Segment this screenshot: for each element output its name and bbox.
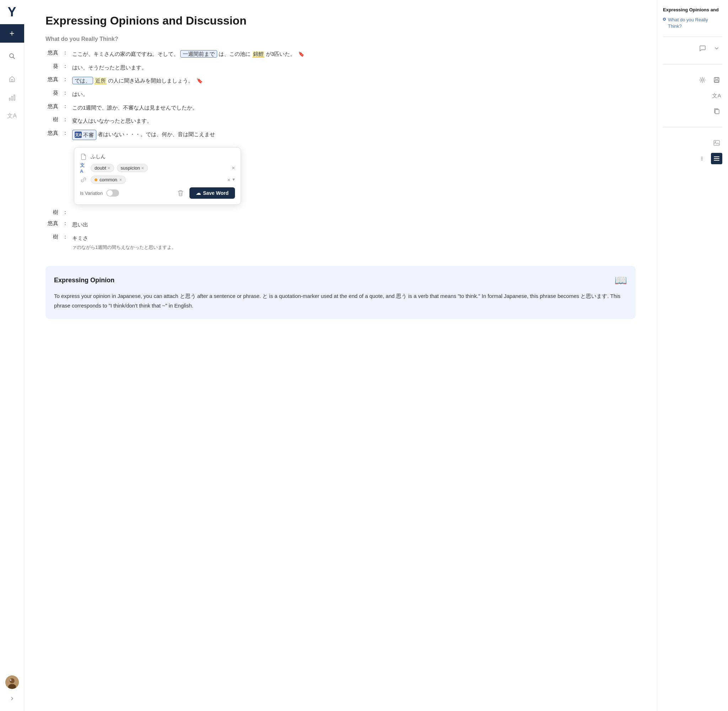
highlight-phrase: では、 [72,77,93,84]
clear-tags-button[interactable]: × [232,165,235,171]
sidebar-item-stats[interactable] [4,90,20,105]
speaker-name: 樹 [46,209,58,216]
is-variation-label: Is Variation [80,190,103,196]
popup-tags-container: doubt × suspicion × × [91,164,235,172]
svg-point-16 [715,142,716,143]
cloud-icon: ☁ [196,190,201,196]
delete-word-button[interactable] [175,188,186,198]
translation-badge: 文A [75,131,82,138]
speaker-name: 樹 [46,116,58,123]
note-title: Expressing Opinion [54,277,115,284]
svg-line-1 [13,57,15,59]
sidebar-bottom [5,676,19,711]
list-view-button[interactable] [711,153,722,164]
popup-footer: Is Variation ☁ Save Word [80,187,235,199]
save-word-button[interactable]: ☁ Save Word [189,187,235,199]
level-tag-common[interactable]: common × [91,176,126,184]
popup-reading-row: ふしん [80,153,235,160]
translation-tag-suspicion[interactable]: suspicion × [117,164,148,172]
translate-tool-button[interactable]: 文A [711,90,722,101]
dialogue-text: はい、そうだったと思います。 [72,63,635,72]
table-row: 樹 ： [46,209,635,216]
svg-rect-3 [9,98,10,100]
comment-tool-button[interactable] [697,43,708,54]
tool-row-translate: 文A [663,90,722,101]
search-button[interactable] [0,48,24,64]
link-icon [80,176,87,183]
sidebar-item-translate[interactable]: 文A [4,108,20,124]
tool-row-view-toggle [663,153,722,164]
table-row: 葵 ： はい、そうだったと思います。 [46,63,635,72]
logo-y: Y [7,4,16,19]
dialogue-text: はい。 [72,90,635,99]
section-title: What do you Really Think? [46,36,635,42]
right-panel-link-text: What do you Really Think? [668,17,722,30]
remove-tag-button[interactable]: × [108,166,110,170]
table-row: 悠真 ： ここが、キミさんの家の庭ですね。そして、 一週間前まで は、この池に … [46,49,635,59]
home-icon [9,75,16,83]
popup-level-row: common × × ▾ [80,176,235,184]
main-content: Expressing Opinions and Discussion What … [24,0,657,711]
tool-row-copy [663,106,722,117]
add-button[interactable]: + [0,24,24,43]
svg-rect-14 [715,109,719,114]
word-popup-trigger[interactable]: 文A 不審 [72,130,96,140]
vocab-word[interactable]: 近所 [94,78,107,84]
tag-label: suspicion [121,165,140,171]
speaker-name: 悠真 [46,220,58,227]
dialogue-text: ここが、キミさんの家の庭ですね。そして、 一週間前まで は、この池に 錦鯉 が3… [72,49,635,59]
tools-divider-2 [663,127,722,127]
image-tool-button[interactable] [711,137,722,149]
sidebar-expand-button[interactable] [5,692,19,705]
bookmark-icon[interactable]: 🔖 [298,50,304,59]
remove-level-button[interactable]: × [119,178,122,182]
gear-tool-button[interactable] [697,74,708,86]
tool-row-comment [663,43,722,54]
dialogue-text: 変な人はいなかったと思います。 [72,116,635,125]
lines-view-button[interactable] [698,153,709,164]
remove-tag-button[interactable]: × [141,166,144,170]
sidebar: Y + 文A [0,0,24,711]
right-panel-divider [663,37,722,37]
table-row: 悠真 ： 文A 不審 者はいない・・・。では、何か、音は聞こえませ [46,130,635,140]
speaker-name: 悠真 [46,76,58,83]
is-variation-toggle[interactable] [106,189,119,196]
svg-point-10 [701,79,703,81]
level-chevron[interactable]: ▾ [233,177,235,183]
nav-dot-icon [663,18,666,21]
vocab-word[interactable]: 錦鯉 [252,51,264,58]
svg-rect-13 [715,80,718,82]
note-section: Expressing Opinion 📖 To express your opi… [46,266,635,319]
right-panel-link[interactable]: What do you Really Think? [663,17,722,30]
chevron-tool-button[interactable] [711,43,722,54]
right-panel-title: Expressing Opinions and [663,7,722,12]
level-dot [94,178,97,181]
avatar[interactable] [5,676,19,689]
tools-divider [663,64,722,64]
dialogue-text: 文A 不審 者はいない・・・。では、何か、音は聞こえませ [72,130,635,140]
sidebar-item-home[interactable] [4,71,20,87]
avatar-svg [5,676,19,689]
note-book-icon: 📖 [615,274,627,286]
avatar-image [5,676,19,689]
clear-level-button[interactable]: × [227,177,230,183]
app-logo: Y [0,0,24,24]
page-title: Expressing Opinions and Discussion [46,14,635,27]
svg-rect-12 [715,78,718,79]
copy-tool-button[interactable] [711,106,722,117]
popup-translations-row: 文A doubt × suspicion × × [80,164,235,172]
tool-row-image [663,137,722,149]
svg-rect-5 [14,95,15,100]
svg-rect-4 [11,96,12,100]
dialogue-text: キミさ ァのながら1週間の間ちえなかったと思いますよ。 [72,233,635,252]
translation-tag-doubt[interactable]: doubt × [91,164,114,172]
tool-row-settings [663,74,722,86]
table-row: 悠真 ： 思い出 [46,220,635,229]
note-header: Expressing Opinion 📖 [54,274,627,286]
add-icon: + [9,29,14,38]
bookmark-icon[interactable]: 🔖 [197,77,203,85]
clip-icon [80,153,87,160]
translations-icon: 文A [80,165,87,172]
sidebar-nav: 文A [4,71,20,124]
save-tool-button[interactable] [711,74,722,86]
